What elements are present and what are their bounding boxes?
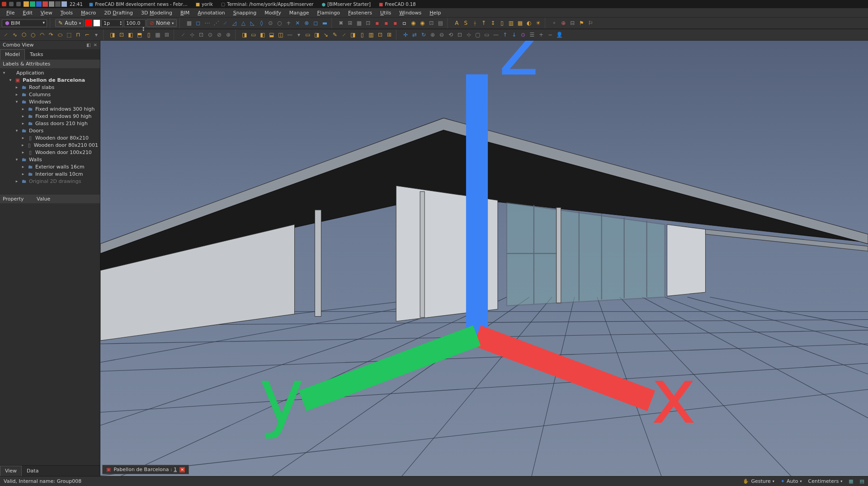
a4[interactable]: ⬓	[268, 31, 276, 39]
tool-r2[interactable]: ▪	[382, 19, 390, 27]
a2[interactable]: ▭	[250, 31, 258, 39]
shape-string[interactable]: S	[462, 19, 470, 27]
a5[interactable]: ◫	[277, 31, 285, 39]
a11[interactable]: ✎	[331, 31, 339, 39]
wire[interactable]: ∿	[11, 31, 19, 39]
tab-tasks[interactable]: Tasks	[25, 49, 48, 60]
menu-3d-modeling[interactable]: 3D Modeling	[137, 9, 176, 17]
snap-grid[interactable]: ▦	[185, 19, 193, 27]
tool-w[interactable]: ▫	[400, 19, 408, 27]
offset[interactable]: ⊕	[429, 31, 437, 39]
roof[interactable]: ⬒	[136, 31, 144, 39]
slab[interactable]: ◧	[127, 31, 135, 39]
bspline[interactable]: ⊓	[74, 31, 82, 39]
tray-icon[interactable]	[42, 1, 48, 7]
tree-item[interactable]: ▸🖿Original 2D drawings	[0, 178, 100, 185]
font-size-field[interactable]: 100.0 ▴▾	[124, 19, 146, 27]
hatch[interactable]: ▥	[507, 19, 515, 27]
a16[interactable]: ⊡	[376, 31, 384, 39]
status-icon-2[interactable]: ▤	[860, 478, 864, 484]
expand-arrow-icon[interactable]: ▸	[14, 179, 19, 183]
close-tab-icon[interactable]: ✕	[179, 467, 185, 472]
tree-item[interactable]: ▸🖿Columns	[0, 91, 100, 98]
line-width-field[interactable]: 1p ▴▾	[101, 19, 123, 27]
snap-mid[interactable]: △	[239, 19, 247, 27]
snap-mode-button[interactable]: ✦ Auto ▾	[781, 478, 802, 484]
auto-color-button[interactable]: ✎ Auto ▾	[55, 19, 84, 27]
conn[interactable]: ⊕	[224, 31, 232, 39]
snap-special[interactable]: ✕	[293, 19, 302, 27]
snap-wp2[interactable]: ◻	[311, 19, 320, 27]
user[interactable]: 👤	[555, 31, 563, 39]
expand-arrow-icon[interactable]: ▾	[14, 128, 19, 133]
expand-arrow-icon[interactable]: ▸	[21, 164, 25, 169]
tool-y2[interactable]: ◉	[418, 19, 426, 27]
stretch[interactable]: ⊹	[465, 31, 473, 39]
a6[interactable]: —	[286, 31, 294, 39]
workbench-selector[interactable]: ⬢ BIM	[2, 19, 47, 27]
tool-r1[interactable]: ▪	[373, 19, 381, 27]
pipe[interactable]: ⊘	[215, 31, 223, 39]
expand-arrow-icon[interactable]: ▸	[21, 121, 25, 126]
menu-modify[interactable]: Modify	[261, 9, 284, 17]
expand-arrow-icon[interactable]: ▸	[21, 150, 25, 154]
trim[interactable]: ⊖	[438, 31, 446, 39]
tree-item[interactable]: ▸🖿Fixed windows 90 high	[0, 112, 100, 120]
tray-icon[interactable]	[30, 1, 35, 7]
expand-arrow-icon[interactable]: ▸	[21, 114, 25, 118]
expand-arrow-icon[interactable]: ▾	[14, 157, 19, 162]
expand-arrow-icon[interactable]: ▸	[21, 136, 25, 140]
taskbar-app[interactable]: ■FreeCAD BIM development news - Febr…	[85, 2, 191, 7]
axis[interactable]: ⟋	[179, 31, 187, 39]
axis-sys[interactable]: ⊹	[188, 31, 196, 39]
a1[interactable]: ◨	[241, 31, 249, 39]
snap-angle[interactable]: ◊	[257, 19, 265, 27]
line-color-swatch[interactable]	[85, 19, 92, 27]
expand-arrow-icon[interactable]: ▸	[21, 143, 25, 147]
up[interactable]: ↑	[501, 31, 509, 39]
menu-flamingo[interactable]: Flamingo	[314, 9, 344, 17]
m3[interactable]: ⊟	[568, 19, 576, 27]
tool-grid[interactable]: ▦	[355, 19, 363, 27]
nav-style-button[interactable]: ✋ Gesture ▾	[743, 478, 774, 484]
menu-view[interactable]: View	[37, 9, 56, 17]
a10[interactable]: ↘	[322, 31, 330, 39]
snap-ortho[interactable]: ○	[275, 19, 283, 27]
snap-dim[interactable]: ⊗	[302, 19, 311, 27]
document-tab[interactable]: ▣ Pabellon de Barcelona : 1 ✕	[103, 465, 189, 474]
rebar[interactable]: ⊙	[206, 31, 214, 39]
a3[interactable]: ◧	[259, 31, 267, 39]
tree-item[interactable]: ▾🖿Doors	[0, 127, 100, 134]
tree-item[interactable]: ▸▯Wooden door 80x210	[0, 134, 100, 141]
tree-item[interactable]: ▾🖿Walls	[0, 156, 100, 163]
tray-icon[interactable]	[61, 1, 67, 7]
grid2[interactable]: ▦	[516, 19, 524, 27]
a15[interactable]: ▥	[367, 31, 375, 39]
tool-array[interactable]: ⊞	[346, 19, 354, 27]
taskbar-app[interactable]: ▢Terminal: /home/yorik/Apps/Bimserver	[217, 2, 317, 7]
tool-list[interactable]: ▤	[436, 19, 444, 27]
leader[interactable]: ⤒	[480, 19, 488, 27]
expand-arrow-icon[interactable]: ▸	[21, 172, 25, 176]
tree-item[interactable]: ▸▯Wooden door 100x210	[0, 149, 100, 156]
taskbar-app[interactable]: ■FreeCAD 0.18	[375, 2, 420, 7]
window[interactable]: ▯	[145, 31, 153, 39]
taskbar-app[interactable]: ■yorik	[192, 2, 217, 7]
sub[interactable]: −	[546, 31, 554, 39]
rect[interactable]: ⬚	[65, 31, 73, 39]
arc3[interactable]: ↷	[47, 31, 55, 39]
panel[interactable]: ⊞	[163, 31, 171, 39]
snap-endpoint[interactable]: ◿	[230, 19, 238, 27]
a8[interactable]: ▭	[304, 31, 312, 39]
tray-icon[interactable]	[49, 1, 54, 7]
taskbar-app[interactable]: ●[BIMserver Starter]	[318, 2, 374, 7]
text-tool[interactable]: A	[453, 19, 461, 27]
undock-icon[interactable]: ◧	[86, 42, 90, 47]
down[interactable]: ↓	[510, 31, 518, 39]
scale[interactable]: ⊡	[456, 31, 464, 39]
a14[interactable]: ▯	[358, 31, 366, 39]
snap-bar[interactable]: ▬	[321, 19, 329, 27]
snap-int[interactable]: +	[284, 19, 292, 27]
close-panel-icon[interactable]: ✕	[94, 42, 97, 47]
menu-fasteners[interactable]: Fasteners	[344, 9, 376, 17]
